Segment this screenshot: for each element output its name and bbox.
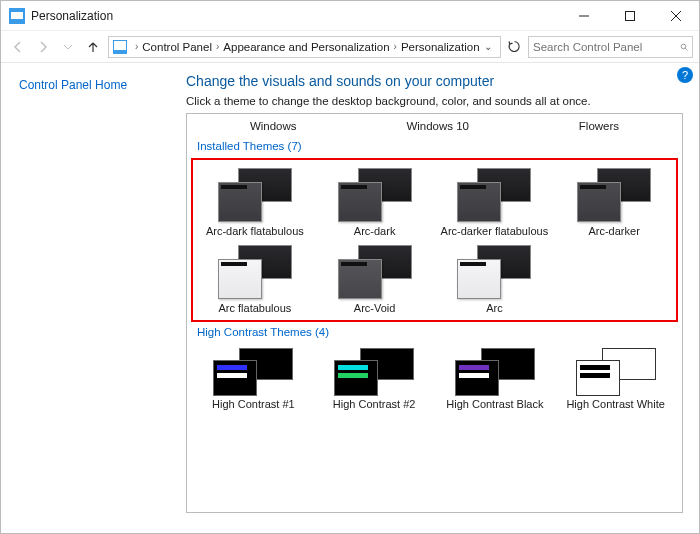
theme-item[interactable]: High Contrast White bbox=[557, 344, 674, 410]
theme-name: Arc-darker bbox=[588, 225, 639, 237]
breadcrumb-item[interactable]: Appearance and Personalization bbox=[223, 41, 389, 53]
theme-name: High Contrast White bbox=[566, 398, 664, 410]
highlighted-region: Arc-dark flatabulousArc-darkArc-darker f… bbox=[191, 158, 678, 322]
theme-name: Arc-dark flatabulous bbox=[206, 225, 304, 237]
theme-item[interactable]: Arc-dark flatabulous bbox=[197, 164, 313, 239]
theme-label[interactable]: Windows bbox=[250, 120, 297, 132]
theme-item[interactable]: Arc-darker flatabulous bbox=[437, 164, 553, 239]
page-heading: Change the visuals and sounds on your co… bbox=[186, 73, 683, 89]
maximize-button[interactable] bbox=[607, 1, 653, 31]
theme-item[interactable]: High Contrast #1 bbox=[195, 344, 312, 410]
close-button[interactable] bbox=[653, 1, 699, 31]
theme-item[interactable]: High Contrast #2 bbox=[316, 344, 433, 410]
svg-point-9 bbox=[681, 44, 686, 49]
theme-thumbnail bbox=[455, 348, 535, 396]
theme-name: High Contrast #2 bbox=[333, 398, 416, 410]
theme-thumbnail bbox=[213, 348, 293, 396]
personalization-icon bbox=[9, 8, 25, 24]
help-icon[interactable]: ? bbox=[677, 67, 693, 83]
theme-label[interactable]: Windows 10 bbox=[406, 120, 469, 132]
theme-name: Arc-dark bbox=[354, 225, 396, 237]
breadcrumb-dropdown[interactable]: ⌄ bbox=[480, 41, 496, 52]
window-title: Personalization bbox=[31, 9, 561, 23]
svg-rect-8 bbox=[114, 41, 126, 50]
minimize-button[interactable] bbox=[561, 1, 607, 31]
theme-item[interactable]: Arc-dark bbox=[317, 164, 433, 239]
theme-name: Arc-darker flatabulous bbox=[441, 225, 549, 237]
high-contrast-label: High Contrast Themes (4) bbox=[197, 326, 674, 338]
theme-thumbnail bbox=[457, 245, 531, 299]
svg-rect-4 bbox=[626, 11, 635, 20]
page-subtext: Click a theme to change the desktop back… bbox=[186, 95, 683, 107]
control-panel-home-link[interactable]: Control Panel Home bbox=[19, 78, 127, 92]
installed-themes-label: Installed Themes (7) bbox=[197, 140, 674, 152]
theme-thumbnail bbox=[457, 168, 531, 222]
recent-dropdown[interactable] bbox=[57, 35, 78, 59]
theme-thumbnail bbox=[218, 245, 292, 299]
theme-thumbnail bbox=[577, 168, 651, 222]
theme-thumbnail bbox=[218, 168, 292, 222]
breadcrumb-item[interactable]: Personalization bbox=[401, 41, 480, 53]
theme-item[interactable]: High Contrast Black bbox=[437, 344, 554, 410]
control-panel-icon bbox=[113, 40, 127, 54]
svg-line-10 bbox=[685, 48, 687, 50]
theme-thumbnail bbox=[338, 168, 412, 222]
themes-panel[interactable]: Windows Windows 10 Flowers Installed The… bbox=[186, 113, 683, 513]
address-bar: › Control Panel › Appearance and Persona… bbox=[1, 31, 699, 63]
theme-name: Arc bbox=[486, 302, 503, 314]
theme-name: High Contrast Black bbox=[446, 398, 543, 410]
theme-item[interactable]: Arc flatabulous bbox=[197, 241, 313, 316]
theme-thumbnail bbox=[334, 348, 414, 396]
sidebar: Control Panel Home bbox=[1, 63, 176, 533]
main-content: ? Change the visuals and sounds on your … bbox=[176, 63, 699, 533]
theme-name: High Contrast #1 bbox=[212, 398, 295, 410]
titlebar: Personalization bbox=[1, 1, 699, 31]
theme-thumbnail bbox=[338, 245, 412, 299]
theme-name: Arc-Void bbox=[354, 302, 396, 314]
theme-thumbnail bbox=[576, 348, 656, 396]
up-button[interactable] bbox=[83, 35, 104, 59]
search-input[interactable] bbox=[533, 41, 680, 53]
svg-rect-2 bbox=[11, 10, 23, 12]
theme-label[interactable]: Flowers bbox=[579, 120, 619, 132]
theme-item[interactable]: Arc bbox=[437, 241, 553, 316]
theme-name: Arc flatabulous bbox=[218, 302, 291, 314]
breadcrumb-item[interactable]: Control Panel bbox=[142, 41, 212, 53]
forward-button[interactable] bbox=[32, 35, 53, 59]
back-button[interactable] bbox=[7, 35, 28, 59]
theme-row-labels: Windows Windows 10 Flowers bbox=[195, 118, 674, 136]
breadcrumb[interactable]: › Control Panel › Appearance and Persona… bbox=[108, 36, 501, 58]
search-box[interactable] bbox=[528, 36, 693, 58]
theme-item[interactable]: Arc-Void bbox=[317, 241, 433, 316]
refresh-button[interactable] bbox=[505, 36, 524, 58]
theme-item[interactable]: Arc-darker bbox=[556, 164, 672, 239]
search-icon bbox=[680, 40, 688, 54]
